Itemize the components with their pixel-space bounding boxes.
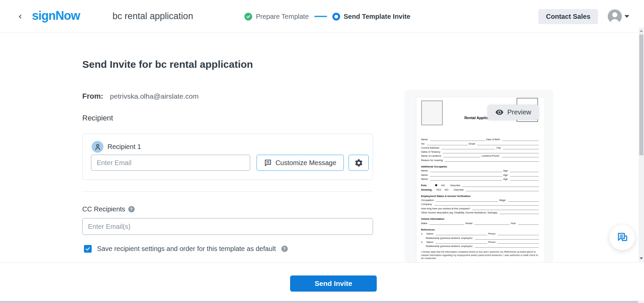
app-header: ‹ signNow bc rental application Prepare …	[0, 0, 644, 33]
doc-form-line: Tel:Email:	[421, 141, 540, 145]
doc-form-line: Name:Age:	[421, 168, 540, 172]
recipient-section-label: Recipient	[82, 114, 113, 122]
doc-form-line: Name:Age:	[421, 176, 540, 181]
document-title: bc rental application	[112, 11, 193, 21]
doc-form-line: Make:Model:Year:	[421, 220, 540, 224]
save-default-help-icon[interactable]: ?	[281, 246, 288, 252]
doc-form-line: Vehicle Information:	[421, 216, 540, 220]
contact-sales-button[interactable]: Contact Sales	[538, 9, 598, 24]
signnow-logo[interactable]: signNow	[32, 9, 80, 23]
doc-form-line: 1.Name:Phone:	[421, 231, 540, 235]
save-default-row: Save recipient settings and order for th…	[84, 245, 288, 253]
doc-form-line: How long have you worked at this company…	[421, 206, 540, 210]
doc-placeholder-box	[421, 101, 443, 125]
preview-button[interactable]: Preview	[488, 105, 539, 120]
doc-form-line: Name of Landlord:Landlord Phone:	[421, 153, 540, 157]
vertical-scrollbar[interactable]	[639, 28, 644, 262]
doc-form-line: Reason for Leaving:	[421, 157, 540, 161]
step-send-template-invite: Send Template Invite	[332, 13, 411, 20]
send-invite-button[interactable]: Send Invite	[290, 275, 377, 292]
chevron-down-icon	[625, 15, 629, 18]
preview-button-label: Preview	[507, 108, 531, 116]
step-current-ring-icon	[332, 13, 340, 20]
recipient-avatar	[92, 141, 103, 153]
recipient-email-input[interactable]	[91, 155, 250, 171]
cc-recipients-label: CC Recipients	[82, 205, 125, 213]
horizontal-scrollbar[interactable]	[0, 301, 644, 303]
workflow-stepper: Prepare Template Send Template Invite	[244, 0, 410, 33]
doc-form-body: Name:Date of Birth:Tel:Email:Current Add…	[421, 137, 540, 262]
recipient-name: Recipient 1	[107, 143, 141, 151]
chat-bubbles-icon	[616, 231, 629, 244]
doc-form-line: Name:Date of Birth:	[421, 137, 540, 141]
cc-help-icon[interactable]: ?	[128, 206, 135, 212]
doc-form-line: References:	[421, 227, 540, 231]
step-complete-check-icon	[244, 13, 252, 20]
doc-form-line: Dates of Tenancy:	[421, 149, 540, 153]
doc-form-line: Smoking:YESNODescribe:	[421, 187, 540, 191]
vertical-scrollbar-thumb[interactable]	[639, 35, 643, 155]
gear-icon	[354, 158, 363, 167]
stepper-connector	[314, 16, 327, 17]
save-default-checkbox[interactable]	[84, 245, 92, 253]
scroll-down-icon[interactable]	[640, 257, 643, 259]
doc-form-line: Additional Occupants:	[421, 164, 540, 168]
doc-form-line: Relationship (previous landlord, employe…	[421, 244, 540, 248]
footer-bar: Send Invite	[0, 262, 644, 303]
save-default-label: Save recipient settings and order for th…	[97, 245, 276, 253]
scroll-up-icon[interactable]	[640, 30, 643, 32]
message-icon	[264, 159, 272, 167]
horizontal-scrollbar-thumb[interactable]	[0, 301, 638, 303]
eye-icon	[495, 108, 504, 116]
doc-form-line: 2.Name:Phone:	[421, 240, 540, 244]
customize-message-button[interactable]: Customize Message	[257, 155, 344, 171]
step-prepare-template: Prepare Template	[244, 13, 309, 20]
doc-form-line: I hereby state that the information cont…	[421, 250, 540, 260]
doc-form-line: Employment Status & Income Verification:	[421, 194, 540, 198]
cc-emails-input[interactable]	[82, 218, 373, 235]
doc-form-line: Other income description (eg. Disability…	[421, 210, 540, 214]
doc-form-line: Current Address:City:	[421, 145, 540, 149]
account-menu[interactable]	[608, 9, 629, 23]
back-chevron-icon: ‹	[18, 11, 22, 22]
filled-mark-icon	[435, 184, 437, 186]
doc-form-line: Relationship (previous landlord, employe…	[421, 235, 540, 239]
customize-message-label: Customize Message	[275, 159, 336, 167]
document-thumbnail: Rental Application Name:Date of Birth:Te…	[416, 97, 545, 262]
doc-form-line: Company:	[421, 202, 540, 206]
recipient-card: Recipient 1 Customize Message	[82, 134, 373, 180]
recipient-settings-button[interactable]	[349, 155, 369, 171]
doc-form-line: Name:Age:	[421, 172, 540, 176]
from-label: From:	[82, 92, 103, 101]
live-chat-button[interactable]	[609, 225, 635, 250]
avatar[interactable]	[608, 9, 622, 23]
doc-form-line: Occupation:Wage:	[421, 198, 540, 202]
step-label: Prepare Template	[256, 13, 309, 20]
page-title: Send Invite for bc rental application	[82, 59, 253, 70]
document-preview-panel: Rental Application Name:Date of Birth:Te…	[405, 90, 553, 262]
step-label: Send Template Invite	[344, 13, 411, 20]
back-button[interactable]: ‹	[15, 11, 26, 22]
from-row: From: petrivska.olha@airslate.com	[82, 92, 198, 101]
cc-recipients-row: CC Recipients ?	[82, 205, 135, 213]
from-email: petrivska.olha@airslate.com	[110, 92, 198, 100]
section-divider	[82, 191, 373, 192]
doc-form-line: Pets:NODescribe:	[421, 183, 540, 187]
